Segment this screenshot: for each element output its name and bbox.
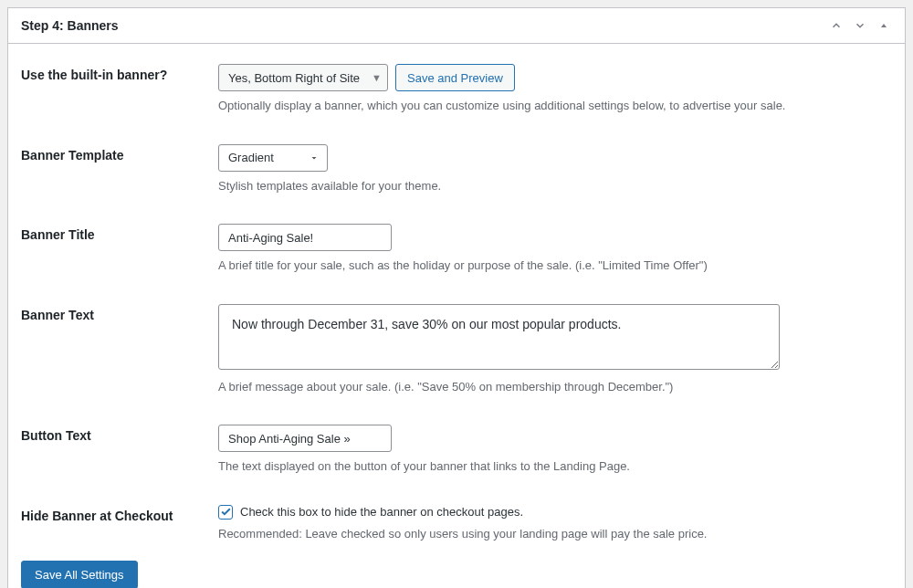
content-text: A brief message about your sale. (i.e. "… xyxy=(218,304,892,396)
inline-builtin: Yes, Bottom Right of Site ▼ Save and Pre… xyxy=(218,64,892,91)
help-builtin: Optionally display a banner, which you c… xyxy=(218,97,892,115)
save-all-button[interactable]: Save All Settings xyxy=(21,561,138,588)
row-title: Banner Title A brief title for your sale… xyxy=(21,202,892,282)
content-button-text: The text displayed on the button of your… xyxy=(218,425,892,476)
label-hide-checkout: Hide Banner at Checkout xyxy=(21,505,218,523)
banners-panel: Step 4: Banners Use the built-in banner?… xyxy=(7,7,906,588)
help-button-text: The text displayed on the button of your… xyxy=(218,457,892,476)
hide-checkbox-label: Check this box to hide the banner on che… xyxy=(240,505,523,519)
row-template: Banner Template Gradient Stylish templat… xyxy=(21,122,892,203)
panel-header: Step 4: Banners xyxy=(8,8,905,44)
caret-down-icon: ▼ xyxy=(372,72,382,83)
row-button-text: Button Text The text displayed on the bu… xyxy=(21,403,892,483)
hide-checkout-checkbox[interactable] xyxy=(218,505,233,520)
help-hide: Recommended: Leave checked so only users… xyxy=(218,525,892,543)
builtin-banner-select[interactable]: Yes, Bottom Right of Site ▼ xyxy=(218,64,388,91)
chevron-up-icon[interactable] xyxy=(828,17,845,34)
button-text-input[interactable] xyxy=(218,425,392,452)
help-title: A brief title for your sale, such as the… xyxy=(218,257,892,275)
label-title: Banner Title xyxy=(21,224,218,242)
title-input[interactable] xyxy=(218,224,392,251)
save-preview-button[interactable]: Save and Preview xyxy=(395,64,515,91)
label-text: Banner Text xyxy=(21,304,218,322)
panel-controls xyxy=(828,17,892,34)
content-builtin-banner: Yes, Bottom Right of Site ▼ Save and Pre… xyxy=(218,64,892,115)
label-template: Banner Template xyxy=(21,144,218,163)
caret-up-icon[interactable] xyxy=(876,17,892,34)
checkbox-row: Check this box to hide the banner on che… xyxy=(218,505,892,520)
panel-title: Step 4: Banners xyxy=(21,18,119,33)
chevron-down-icon[interactable] xyxy=(852,17,868,34)
template-select[interactable]: Gradient xyxy=(218,144,328,172)
content-title: A brief title for your sale, such as the… xyxy=(218,224,892,275)
text-textarea[interactable] xyxy=(218,304,780,370)
builtin-select-value: Yes, Bottom Right of Site xyxy=(228,71,360,85)
row-builtin-banner: Use the built-in banner? Yes, Bottom Rig… xyxy=(21,51,892,122)
row-text: Banner Text A brief message about your s… xyxy=(21,282,892,404)
help-text: A brief message about your sale. (i.e. "… xyxy=(218,378,892,396)
panel-body: Use the built-in banner? Yes, Bottom Rig… xyxy=(8,44,905,588)
content-hide-checkout: Check this box to hide the banner on che… xyxy=(218,505,892,543)
label-builtin-banner: Use the built-in banner? xyxy=(21,64,218,82)
label-button-text: Button Text xyxy=(21,425,218,443)
content-template: Gradient Stylish templates available for… xyxy=(218,144,892,195)
save-row: Save All Settings xyxy=(21,550,892,588)
row-hide-checkout: Hide Banner at Checkout Check this box t… xyxy=(21,483,892,551)
help-template: Stylish templates available for your the… xyxy=(218,177,892,195)
